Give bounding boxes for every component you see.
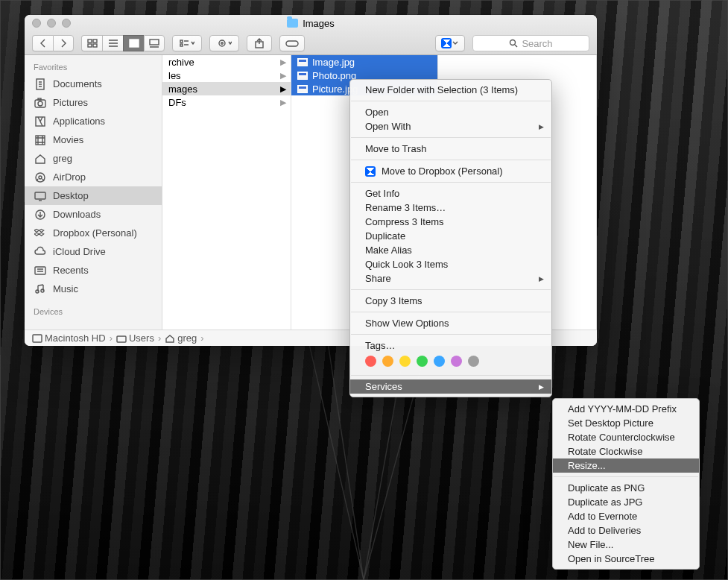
folder-name: les [168,70,181,81]
menu-item[interactable]: New Folder with Selection (3 Items) [350,83,551,97]
dropbox-toolbar-button[interactable] [435,35,465,51]
sidebar-item-recents[interactable]: Recents [25,261,162,280]
menu-item[interactable]: Share [350,271,551,286]
sidebar-item-desktop[interactable]: Desktop [25,186,162,205]
menu-item[interactable]: Services [350,379,551,394]
back-button[interactable] [32,35,53,51]
minimize-traffic-light[interactable] [47,19,56,28]
chevron-right-icon: ▶ [280,57,286,67]
sidebar-item-label: Documents [53,78,102,89]
menu-item[interactable]: Get Info [350,186,551,201]
close-traffic-light[interactable] [32,19,41,28]
action-button[interactable] [209,35,239,51]
menu-item[interactable]: Open With [350,119,551,133]
search-input[interactable]: Search [472,35,589,51]
folder-row[interactable]: rchive▶ [162,55,291,69]
camera-icon [34,97,47,109]
sidebar-item-downloads[interactable]: Downloads [25,205,162,224]
menu-item[interactable]: Duplicate as PNG [553,481,699,495]
desktop-icon [34,190,47,202]
sidebar-item-greg[interactable]: greg [25,149,162,168]
menu-item[interactable]: Quick Look 3 Items [350,257,551,271]
view-column-button[interactable] [123,35,144,51]
menu-item-label: Add to Deliveries [568,525,641,536]
view-gallery-button[interactable] [144,35,165,51]
sidebar-item-documents[interactable]: Documents [25,75,162,93]
menu-item-label: Duplicate as JPG [568,497,642,508]
menu-item[interactable]: Duplicate as JPG [553,495,699,509]
tag-color[interactable] [417,356,428,367]
path-segment[interactable]: Macintosh HD [32,332,106,344]
sidebar-item-dropbox-personal-[interactable]: Dropbox (Personal) [25,224,162,242]
menu-item[interactable]: Add to Evernote [553,509,699,523]
titlebar: Images Search [25,15,597,55]
sidebar-item-movies[interactable]: Movies [25,130,162,149]
path-label: Macintosh HD [45,332,106,344]
svg-point-14 [221,42,224,45]
tag-color[interactable] [382,356,393,367]
tag-color[interactable] [365,356,376,367]
menu-item-label: Compress 3 Items [365,216,443,227]
menu-item-label: Open [365,107,389,118]
tags-button[interactable] [279,35,305,51]
svg-rect-7 [88,44,92,47]
menu-item[interactable]: Open [350,105,551,119]
menu-item[interactable]: Add to Deliveries [553,523,699,538]
tag-color[interactable] [399,356,411,367]
menu-item-label: Rotate Clockwise [568,446,642,457]
menu-item-label: New Folder with Selection (3 Items) [365,84,518,95]
svg-rect-26 [35,192,45,199]
menu-item[interactable]: Copy 3 Items [350,294,551,308]
chevron-right-icon: ▶ [280,84,286,94]
folder-name: DFs [168,97,186,108]
menu-item[interactable]: Duplicate [350,229,551,243]
menu-item[interactable]: Rotate Counterclockwise [553,430,699,444]
menu-item-label: Add YYYY-MM-DD Prefix [568,403,677,414]
menu-item-label: Add to Evernote [568,511,637,522]
menu-item[interactable]: Compress 3 Items [350,215,551,229]
sidebar-item-airdrop[interactable]: AirDrop [25,168,162,186]
sidebar-item-music[interactable]: Music [25,280,162,298]
menu-item[interactable]: Rotate Clockwise [553,444,699,458]
menu-item[interactable]: Move to Trash [350,142,551,156]
menu-item[interactable]: Move to Dropbox (Personal) [350,164,551,178]
view-icon-button[interactable] [81,35,102,51]
sidebar-item-pictures[interactable]: Pictures [25,93,162,112]
svg-rect-23 [36,136,45,145]
menu-item[interactable]: New File... [553,538,699,552]
view-list-button[interactable] [102,35,123,51]
share-button[interactable] [247,35,272,51]
menu-item-label: New File... [568,539,613,550]
image-file-icon [297,58,308,66]
menu-item-label: Duplicate as PNG [568,482,645,494]
sidebar-item-label: Recents [53,265,89,276]
file-row[interactable]: Image.jpg [291,55,437,69]
menu-item[interactable]: Resize... [553,458,699,473]
menu-item-label: Rename 3 Items… [365,202,446,213]
menu-item[interactable]: Open in SourceTree [553,552,699,566]
tag-color[interactable] [434,356,445,367]
path-segment[interactable]: Users [116,332,154,344]
folder-row[interactable]: mages▶ [162,82,291,95]
menu-item[interactable]: Rename 3 Items… [350,201,551,215]
folder-row[interactable]: les▶ [162,69,291,82]
path-segment[interactable]: greg [165,332,197,344]
arrange-button[interactable] [172,35,202,51]
path-label: Users [129,332,154,344]
menu-item[interactable]: Make Alias [350,243,551,257]
zoom-traffic-light[interactable] [62,19,71,28]
forward-button[interactable] [53,35,74,51]
menu-item-label: Services [365,381,402,392]
tag-color[interactable] [451,356,462,367]
menu-item[interactable]: Add YYYY-MM-DD Prefix [553,402,699,416]
menu-item[interactable]: Show View Options [350,316,551,330]
tag-color[interactable] [468,356,479,367]
menu-item[interactable]: Set Desktop Picture [553,416,699,430]
menu-item[interactable]: Tags… [350,338,551,353]
folder-row[interactable]: DFs▶ [162,95,291,109]
sidebar-item-icloud-drive[interactable]: iCloud Drive [25,242,162,261]
sidebar-item-applications[interactable]: Applications [25,112,162,130]
services-submenu: Add YYYY-MM-DD PrefixSet Desktop Picture… [552,398,700,570]
svg-point-25 [39,176,42,179]
menu-item-label: Duplicate [365,230,405,242]
